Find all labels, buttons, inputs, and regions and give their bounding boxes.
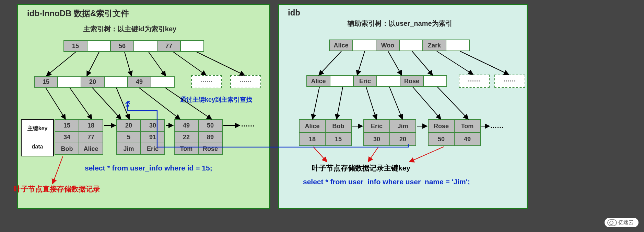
- left-leaf-1: 2030 591 JimEric: [116, 119, 165, 155]
- cell: [399, 40, 423, 51]
- ellipsis-box: ······: [191, 75, 222, 88]
- cell: 15: [34, 76, 58, 88]
- cell: Woo: [376, 40, 400, 51]
- cell: 5: [116, 131, 141, 143]
- cell: 20: [116, 119, 141, 132]
- svg-line-16: [319, 51, 341, 75]
- cell: [330, 75, 354, 87]
- svg-line-32: [368, 147, 378, 162]
- cell: 77: [157, 40, 181, 52]
- svg-line-4: [173, 52, 206, 75]
- cell: Alice: [299, 119, 326, 133]
- right-leaf-2: RoseTom 5049: [428, 119, 481, 146]
- cell: 49: [127, 76, 151, 88]
- svg-line-24: [366, 87, 376, 119]
- cell: 49: [174, 119, 199, 132]
- left-sql: select * from user_info where id = 15;: [85, 164, 212, 172]
- right-sql: select * from user_info where user_name …: [303, 178, 523, 186]
- cell: Tom: [174, 143, 199, 155]
- cell: 18: [299, 132, 326, 146]
- svg-line-8: [92, 88, 121, 119]
- svg-line-17: [357, 51, 365, 75]
- cell: 15: [55, 119, 79, 132]
- left-leaf-2: 4950 2289 TomRose: [174, 119, 223, 155]
- right-leaf-caption: 叶子节点存储数据记录主键key: [312, 163, 410, 173]
- cell: Jim: [116, 143, 141, 155]
- right-mid-row: Alice Eric Rose: [306, 75, 447, 87]
- cell: [376, 75, 400, 87]
- left-arrows: [18, 5, 271, 210]
- cell: 30: [363, 132, 390, 146]
- svg-line-20: [437, 51, 473, 75]
- cell: Alice: [306, 75, 330, 87]
- key-data-labels: 主键key data: [21, 119, 54, 156]
- cell: 50: [428, 132, 455, 146]
- cell: [151, 76, 175, 88]
- cell: Rose: [198, 143, 223, 155]
- svg-line-22: [313, 87, 319, 119]
- svg-line-11: [165, 88, 212, 119]
- data-label: data: [22, 138, 53, 156]
- svg-line-2: [125, 52, 131, 76]
- cell: [57, 76, 81, 88]
- right-root-row: Alice Woo Zark: [329, 40, 470, 51]
- cell: Eric: [140, 143, 165, 155]
- cell: Rose: [428, 119, 455, 133]
- left-title: idb-InnoDB 数据&索引文件: [27, 8, 129, 19]
- svg-line-31: [313, 147, 327, 162]
- ellipsis-box: ······: [459, 75, 490, 88]
- right-leaf-1: EricJim 3020: [363, 119, 416, 146]
- svg-line-10: [139, 88, 180, 119]
- cell: 20: [81, 76, 105, 88]
- cell: [446, 40, 470, 51]
- cell: 77: [79, 131, 103, 143]
- cell: Eric: [353, 75, 377, 87]
- svg-line-19: [412, 51, 433, 75]
- cell: Alice: [329, 40, 353, 51]
- cell: Bob: [325, 119, 352, 133]
- left-root-row: 15 56 77: [63, 40, 204, 52]
- svg-line-23: [337, 87, 343, 119]
- cell: 22: [174, 131, 199, 143]
- cell: 91: [140, 131, 165, 143]
- cell: 89: [198, 131, 223, 143]
- svg-line-3: [149, 52, 166, 76]
- cell: Rose: [400, 75, 424, 87]
- svg-line-9: [116, 88, 129, 119]
- svg-line-15: [52, 156, 63, 184]
- cell: 15: [63, 40, 87, 52]
- cell: [87, 40, 111, 52]
- cell: 30: [140, 119, 165, 132]
- cell: 34: [55, 131, 79, 143]
- svg-line-18: [388, 51, 402, 75]
- left-panel: idb-InnoDB 数据&索引文件 主索引树：以主键id为索引key 15 5…: [17, 4, 270, 209]
- key-label: 主键key: [22, 120, 53, 138]
- svg-line-21: [460, 51, 509, 75]
- ellipsis-box: ······: [494, 75, 525, 88]
- ellipsis-box: ······: [230, 75, 261, 88]
- svg-line-7: [70, 88, 92, 119]
- cell: [104, 76, 128, 88]
- cell: Eric: [363, 119, 390, 133]
- watermark: 亿速云: [605, 218, 639, 227]
- cell: 56: [110, 40, 134, 52]
- cell: 15: [325, 132, 352, 146]
- right-panel: idb 辅助索引树：以user_name为索引 Alice Woo Zark A…: [278, 4, 528, 209]
- cell: Jim: [389, 119, 416, 133]
- cell: 50: [198, 119, 223, 132]
- svg-line-6: [46, 88, 66, 119]
- svg-line-33: [409, 147, 444, 162]
- right-title: idb: [288, 8, 300, 18]
- cell: [352, 40, 376, 51]
- svg-line-26: [413, 87, 441, 119]
- svg-line-25: [389, 87, 402, 119]
- left-mid-row: 15 20 49: [34, 76, 175, 88]
- cell: [133, 40, 157, 52]
- cell: Zark: [422, 40, 446, 51]
- right-subtitle: 辅助索引树：以user_name为索引: [348, 19, 453, 28]
- svg-line-0: [46, 52, 76, 76]
- svg-line-27: [437, 87, 468, 119]
- cell: 18: [79, 119, 103, 132]
- left-subtitle: 主索引树：以主键id为索引key: [83, 24, 176, 34]
- left-leaf-0: 1518 3477 BobAlice: [55, 119, 103, 155]
